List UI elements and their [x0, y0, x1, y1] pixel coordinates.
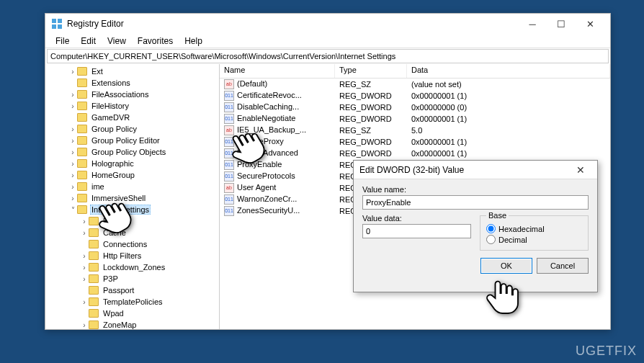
value-name: SecureProtocols [237, 171, 295, 180]
tree-item[interactable]: ›FileAssociations [45, 89, 219, 100]
hex-radio[interactable] [486, 224, 496, 233]
value-data-input[interactable] [362, 224, 471, 238]
tree-item[interactable]: ·Passport [45, 284, 219, 296]
tree-item-label: TemplatePolicies [102, 297, 164, 306]
tree-item[interactable]: ›Http Filters [45, 250, 219, 261]
expand-icon[interactable]: › [68, 194, 77, 202]
value-name: CertificateRevoc... [237, 91, 302, 99]
titlebar[interactable]: Registry Editor ─ ☐ ✕ [45, 14, 610, 34]
edit-dword-dialog: Edit DWORD (32-bit) Value ✕ Value name: … [353, 160, 598, 292]
expand-icon[interactable]: › [68, 171, 77, 179]
menu-edit[interactable]: Edit [75, 35, 102, 48]
value-data-label: Value data: [362, 214, 471, 223]
dword-value-icon: 011 [224, 171, 234, 182]
expand-icon[interactable]: › [80, 264, 89, 272]
tree-pane[interactable]: ›Ext·Extensions›FileAssociations›FileHis… [45, 64, 220, 329]
expand-icon[interactable]: › [68, 183, 77, 191]
list-row[interactable]: 011DisableCaching...REG_DWORD0x00000000 … [220, 102, 610, 113]
menu-favorites[interactable]: Favorites [132, 35, 179, 48]
list-row[interactable]: 011PrivacyAdvancedREG_DWORD0x00000001 (1… [220, 148, 610, 159]
header-name[interactable]: Name [220, 64, 335, 78]
dialog-close-button[interactable]: ✕ [570, 164, 591, 176]
folder-icon [89, 263, 99, 272]
expand-icon[interactable]: › [68, 148, 77, 156]
expand-icon[interactable]: › [80, 275, 89, 283]
expand-icon[interactable]: › [68, 68, 77, 76]
header-type[interactable]: Type [335, 64, 407, 78]
expand-icon[interactable]: › [68, 137, 77, 145]
ok-button[interactable]: OK [480, 258, 532, 274]
value-name-input[interactable] [362, 195, 589, 210]
tree-item-label: Group Policy Objects [90, 148, 167, 156]
value-type: REG_DWORD [335, 91, 407, 100]
list-row[interactable]: abIE5_UA_Backup_...REG_SZ5.0 [220, 125, 610, 136]
expand-icon[interactable]: › [80, 321, 89, 329]
tree-item-label: HomeGroup [90, 171, 136, 179]
expand-icon[interactable]: ˅ [68, 206, 77, 214]
tree-item[interactable]: ›Group Policy Editor [45, 135, 219, 146]
svg-rect-3 [58, 24, 62, 29]
cancel-button[interactable]: Cancel [537, 258, 589, 274]
tree-item[interactable]: ›Ext [45, 66, 219, 77]
radio-decimal[interactable]: Decimal [486, 235, 582, 244]
tree-item-label: ime [90, 182, 106, 191]
folder-icon [77, 171, 87, 179]
list-row[interactable]: 011MigrateProxyREG_DWORD0x00000001 (1) [220, 136, 610, 148]
tree-item-label: Passport [102, 286, 135, 295]
expand-icon[interactable]: › [80, 252, 89, 260]
tree-item[interactable]: ›ImmersiveShell [45, 192, 219, 204]
menu-help[interactable]: Help [179, 35, 208, 48]
tree-item[interactable]: ·GameDVR [45, 112, 219, 123]
expand-icon[interactable]: › [80, 298, 89, 306]
list-row[interactable]: 011CertificateRevoc...REG_DWORD0x0000000… [220, 90, 610, 102]
expand-icon[interactable]: › [80, 229, 89, 237]
menubar: File Edit View Favorites Help [45, 34, 610, 48]
tree-item[interactable]: ·Wpad [45, 308, 219, 319]
address-input[interactable] [47, 49, 609, 63]
tree-item[interactable]: ›5.0 [45, 215, 219, 227]
dialog-titlebar[interactable]: Edit DWORD (32-bit) Value ✕ [354, 161, 597, 179]
menu-view[interactable]: View [102, 35, 132, 48]
tree-item[interactable]: ›TemplatePolicies [45, 296, 219, 308]
tree-item[interactable]: ›Group Policy Objects [45, 146, 219, 158]
tree-item-label: P3P [102, 274, 120, 283]
list-row[interactable]: ab(Default)REG_SZ(value not set) [220, 79, 610, 90]
close-button[interactable]: ✕ [576, 14, 604, 34]
folder-icon [77, 67, 87, 76]
expand-icon[interactable]: › [68, 160, 77, 168]
tree-item[interactable]: ˅Internet Settings [45, 204, 219, 215]
minimize-button[interactable]: ─ [518, 14, 547, 34]
expand-icon[interactable]: › [68, 91, 77, 99]
tree-item[interactable]: ›HomeGroup [45, 169, 219, 181]
tree-item[interactable]: ·Connections [45, 238, 219, 250]
folder-icon [89, 274, 99, 283]
tree-item[interactable]: ›P3P [45, 273, 219, 284]
tree-item-label: ImmersiveShell [90, 194, 147, 202]
value-name: PrivacyAdvanced [237, 148, 298, 157]
tree-item[interactable]: ›Lockdown_Zones [45, 261, 219, 273]
folder-icon [77, 136, 87, 145]
header-data[interactable]: Data [407, 64, 610, 78]
tree-item[interactable]: ›Cache [45, 227, 219, 238]
value-type: REG_DWORD [335, 103, 407, 112]
tree-item-label: Internet Settings [90, 205, 151, 215]
folder-icon [89, 240, 99, 248]
tree-item[interactable]: ›ime [45, 181, 219, 192]
maximize-button[interactable]: ☐ [547, 14, 576, 34]
dec-radio[interactable] [486, 235, 496, 244]
radio-hexadecimal[interactable]: Hexadecimal [486, 224, 582, 233]
tree-item[interactable]: ›Group Policy [45, 123, 219, 135]
folder-icon [77, 194, 87, 202]
dword-value-icon: 011 [224, 91, 234, 101]
tree-item[interactable]: ›ZoneMap [45, 319, 219, 329]
menu-file[interactable]: File [50, 35, 75, 48]
expand-icon[interactable]: › [68, 125, 77, 133]
base-group: Base Hexadecimal Decimal [480, 211, 589, 251]
tree-item[interactable]: ›Holographic [45, 158, 219, 169]
expand-icon[interactable]: › [68, 102, 77, 110]
list-row[interactable]: 011EnableNegotiateREG_DWORD0x00000001 (1… [220, 113, 610, 125]
tree-item[interactable]: ›FileHistory [45, 100, 219, 112]
folder-icon [77, 125, 87, 133]
expand-icon[interactable]: › [80, 218, 89, 225]
tree-item[interactable]: ·Extensions [45, 77, 219, 89]
